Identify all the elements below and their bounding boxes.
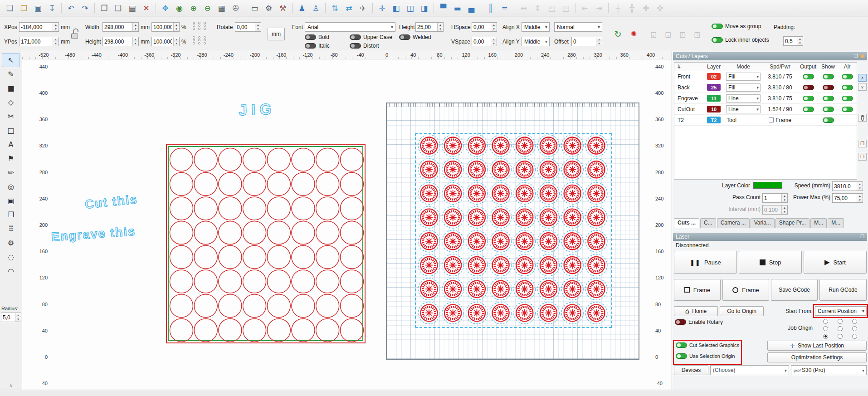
- offset-spinner[interactable]: [596, 37, 602, 46]
- undo-icon[interactable]: ↶: [64, 1, 78, 15]
- import-icon[interactable]: ↧: [45, 1, 59, 15]
- anchor-dot[interactable]: [193, 28, 195, 30]
- array-tool-icon[interactable]: ⠿: [2, 222, 20, 236]
- layer-color-badge[interactable]: T2: [707, 117, 721, 123]
- job-origin-radio-0-1[interactable]: [838, 319, 843, 324]
- mode-dropdown[interactable]: Line: [726, 105, 761, 113]
- copy-icon[interactable]: ❐: [97, 1, 111, 15]
- delete-icon[interactable]: ✕: [139, 1, 153, 15]
- font-height-field[interactable]: [415, 22, 444, 32]
- tab-shapepr[interactable]: Shape Pr...: [775, 218, 809, 228]
- preview-icon[interactable]: ▭: [248, 1, 262, 15]
- panel-undock-icon[interactable]: ❐: [854, 52, 858, 60]
- italic-toggle[interactable]: [305, 43, 316, 49]
- padding-field[interactable]: [783, 36, 803, 46]
- bold-toggle[interactable]: [305, 34, 316, 40]
- power-max-input[interactable]: [833, 194, 857, 202]
- zoom-out-icon[interactable]: ⊖: [200, 1, 215, 15]
- machine-settings-icon[interactable]: ⚒: [276, 1, 290, 15]
- show-toggle[interactable]: [823, 74, 834, 79]
- rectangle-tool-icon[interactable]: ■: [2, 81, 20, 95]
- use-selection-origin-toggle[interactable]: [676, 353, 687, 359]
- speed-field[interactable]: [832, 181, 863, 191]
- air-toggle[interactable]: [842, 96, 853, 101]
- save-gcode-button[interactable]: Save GCode: [771, 279, 818, 301]
- stop-button[interactable]: Stop: [739, 251, 802, 274]
- layer-color-badge[interactable]: 25: [707, 84, 721, 91]
- optimization-settings-button[interactable]: Optimization Settings: [767, 352, 867, 362]
- xpos-input[interactable]: [20, 23, 53, 31]
- radius-input[interactable]: [1, 313, 15, 322]
- lock-aspect-icon[interactable]: [70, 27, 80, 40]
- user-icon[interactable]: ♙: [309, 1, 323, 15]
- layer-color-badge[interactable]: 11: [707, 95, 721, 102]
- layer-row[interactable]: Front02Fill3.810 / 75: [674, 71, 857, 82]
- anchor-dot[interactable]: [198, 28, 200, 30]
- ypos-field[interactable]: [19, 37, 59, 46]
- frame-checkbox[interactable]: [769, 117, 774, 122]
- align-center-both-icon[interactable]: ✛: [375, 1, 389, 15]
- open-file-icon[interactable]: ❒: [17, 1, 31, 15]
- mode-dropdown[interactable]: Fill: [726, 73, 761, 81]
- redo-icon[interactable]: ↷: [78, 1, 92, 15]
- layer-delete-button[interactable]: [858, 114, 867, 122]
- air-toggle[interactable]: [842, 85, 853, 90]
- speed-spinner[interactable]: [857, 182, 863, 191]
- anchor-dot[interactable]: [204, 22, 206, 24]
- power-max-spinner[interactable]: [857, 194, 863, 202]
- width-anchor-selector[interactable]: [191, 21, 207, 30]
- lock-inner-toggle[interactable]: [712, 37, 723, 43]
- zoom-tool-icon[interactable]: ◉: [172, 1, 186, 15]
- workspace-canvas[interactable]: -520-480-440-400-360-320-280-240-200-160…: [22, 51, 672, 390]
- text-tool-icon[interactable]: A: [2, 137, 20, 152]
- start-from-dropdown[interactable]: Current Position: [815, 306, 867, 316]
- save-icon[interactable]: ▣: [31, 1, 45, 15]
- power-max-field[interactable]: [832, 193, 863, 203]
- ypos-spinner[interactable]: [53, 37, 59, 46]
- rotate-input[interactable]: [235, 23, 255, 31]
- tab-c[interactable]: C...: [700, 218, 716, 228]
- select-tool-icon[interactable]: ↖: [2, 53, 20, 67]
- anchor-dot[interactable]: [198, 36, 200, 39]
- upper-case-toggle[interactable]: [350, 34, 361, 40]
- frame-square-button[interactable]: Frame: [674, 279, 721, 301]
- vspace-field[interactable]: [472, 37, 497, 46]
- job-origin-radio-2-0[interactable]: [823, 334, 828, 339]
- knife-tool-icon[interactable]: ✂: [2, 109, 20, 123]
- height-pct-input[interactable]: [152, 37, 173, 46]
- bold-toggle-row[interactable]: Bold: [305, 34, 329, 40]
- align-center-horizontal-icon[interactable]: ◫: [403, 1, 417, 15]
- mirror-vertical-icon[interactable]: ⇅: [328, 1, 342, 15]
- frame-selection-icon[interactable]: ▦: [215, 1, 229, 15]
- width-pct-input[interactable]: [152, 23, 173, 31]
- layer-row[interactable]: CutOut10Line1.524 / 90: [674, 104, 857, 115]
- upper-case-toggle-row[interactable]: Upper Case: [350, 34, 392, 40]
- anchor-dot[interactable]: [204, 39, 206, 41]
- move-tool-icon[interactable]: ✥: [158, 1, 172, 15]
- xpos-field[interactable]: [19, 22, 59, 32]
- hspace-spinner[interactable]: [491, 23, 497, 31]
- distribute-vertical-icon[interactable]: ═: [497, 1, 512, 15]
- width-input[interactable]: [103, 23, 132, 31]
- output-toggle[interactable]: [803, 107, 814, 112]
- show-toggle[interactable]: [823, 85, 834, 90]
- height-pct-spinner[interactable]: [173, 37, 179, 46]
- home-button[interactable]: Home: [674, 306, 718, 316]
- layer-copy-button[interactable]: [858, 140, 867, 147]
- new-file-icon[interactable]: ❏: [3, 1, 17, 15]
- tab-cuts[interactable]: Cuts ...: [674, 218, 699, 228]
- output-toggle[interactable]: [803, 96, 814, 101]
- layer-row[interactable]: Back25Fill3.810 / 80: [674, 82, 857, 93]
- show-toggle[interactable]: [823, 96, 834, 101]
- distribute-horizontal-icon[interactable]: ║: [483, 1, 497, 15]
- layer-color-badge[interactable]: 02: [707, 73, 721, 80]
- offset-input[interactable]: [572, 37, 596, 46]
- panel-menu-icon[interactable]: ▣: [860, 52, 864, 60]
- stamp-grid[interactable]: [386, 103, 639, 360]
- zoom-in-icon[interactable]: ⊕: [186, 1, 200, 15]
- job-origin-selector[interactable]: [818, 318, 862, 340]
- refresh-text-icon[interactable]: [612, 28, 624, 40]
- anchor-dot[interactable]: [198, 39, 200, 41]
- job-origin-radio-1-1[interactable]: [838, 326, 843, 331]
- anchor-dot[interactable]: [204, 42, 206, 44]
